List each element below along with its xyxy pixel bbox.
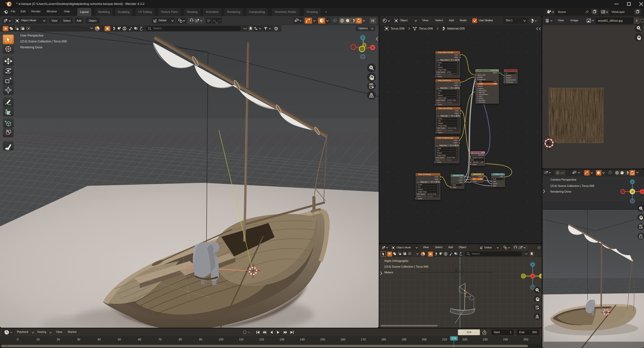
svg-text:Y: Y [364, 44, 365, 47]
svg-text:X: X [532, 275, 534, 278]
svg-text:Z: Z [362, 36, 364, 39]
svg-text:Z: Z [532, 263, 533, 266]
svg-text:Z: Z [632, 181, 633, 183]
svg-text:Y: Y [540, 275, 542, 278]
svg-text:X: X [641, 190, 643, 193]
svg-text:-Y: -Y [631, 190, 634, 193]
svg-text:X: X [372, 46, 374, 49]
